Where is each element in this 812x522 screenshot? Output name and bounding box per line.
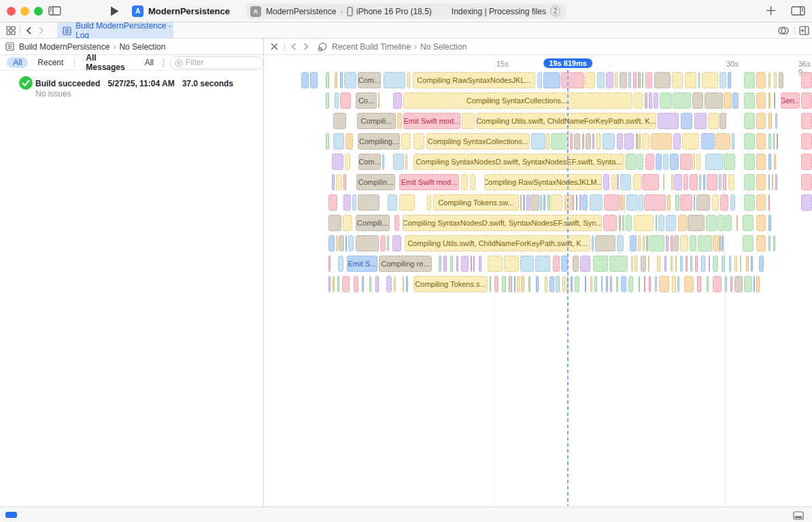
timeline-bar[interactable]: [401, 133, 411, 150]
timeline-bar[interactable]: [393, 154, 404, 170]
timeline-bar[interactable]: [690, 174, 698, 190]
timeline-bar[interactable]: [675, 194, 679, 211]
timeline-bar[interactable]: [328, 215, 341, 231]
timeline-bar[interactable]: [663, 174, 664, 190]
timeline-bar[interactable]: [801, 174, 812, 190]
timeline-bar[interactable]: Emit Swift mod...: [403, 113, 460, 129]
timeline-bar[interactable]: [722, 235, 724, 251]
timeline-bar[interactable]: [694, 113, 707, 129]
timeline-bar[interactable]: [729, 256, 732, 272]
timeline-bar[interactable]: [604, 194, 620, 211]
timeline-bar[interactable]: [768, 235, 771, 251]
timeline-bar[interactable]: [547, 194, 550, 211]
timeline-bar[interactable]: [585, 72, 595, 88]
timeline-bar[interactable]: [622, 215, 624, 231]
timeline-bar[interactable]: [644, 194, 666, 211]
timeline-bar[interactable]: [617, 133, 623, 150]
timeline-bar[interactable]: [333, 276, 334, 292]
timeline-bar[interactable]: [443, 256, 446, 272]
timeline-bar[interactable]: [509, 276, 512, 292]
timeline-bar[interactable]: [740, 256, 741, 272]
timeline-bar[interactable]: Compiling RawSyntaxNodesJKL...: [413, 72, 535, 88]
timeline-bar[interactable]: [719, 174, 722, 190]
timeline-bar[interactable]: [724, 154, 735, 170]
timeline-bar[interactable]: [688, 215, 704, 231]
timeline-bar[interactable]: [574, 133, 580, 150]
timeline-bar[interactable]: [649, 235, 664, 251]
scheme-project-name[interactable]: ModernPersistence: [266, 7, 336, 16]
scheme-activity-capsule[interactable]: A ModernPersistence › iPhone 16 Pro (18.…: [246, 3, 566, 19]
timeline-bar[interactable]: [703, 174, 705, 190]
timeline-bar[interactable]: [326, 72, 329, 88]
timeline-bar[interactable]: [615, 72, 618, 88]
timeline-bar[interactable]: [801, 154, 812, 170]
timeline-bar[interactable]: [626, 215, 632, 231]
timeline-bar[interactable]: [502, 276, 506, 292]
filter-scope-all2[interactable]: All: [145, 58, 154, 67]
timeline-bar[interactable]: [553, 256, 560, 272]
timeline-bar[interactable]: [746, 256, 749, 272]
timeline-bar[interactable]: [756, 154, 766, 170]
timeline-bar[interactable]: [621, 276, 626, 292]
timeline-bar[interactable]: [754, 276, 755, 292]
timeline-bar[interactable]: Compiling Utils.swift, ChildNameForKeyPa…: [405, 235, 590, 251]
timeline-bar[interactable]: [556, 276, 559, 292]
timeline-bar[interactable]: [628, 276, 634, 292]
timeline-bar[interactable]: [639, 133, 641, 150]
timeline-bar[interactable]: [643, 235, 645, 251]
timeline-bar[interactable]: [775, 113, 777, 129]
filter-input[interactable]: Filter: [170, 56, 263, 69]
timeline-bar[interactable]: Emit Swift mod...: [399, 174, 459, 190]
toggle-navigator-sidebar-icon[interactable]: [48, 5, 61, 16]
timeline-bar[interactable]: Compiling RawSyntaxNodesJKLM...: [484, 174, 602, 190]
timeline-bar[interactable]: [335, 92, 339, 109]
timeline-bar[interactable]: [609, 256, 628, 272]
timeline-bar[interactable]: [340, 72, 343, 88]
timeline-bar[interactable]: [692, 92, 703, 109]
timeline-bar[interactable]: [744, 194, 755, 211]
timeline-bar[interactable]: [756, 194, 766, 211]
timeline-bar[interactable]: [644, 276, 645, 292]
timeline-bar[interactable]: Compiling...: [358, 133, 400, 150]
timeline-bar[interactable]: [695, 256, 697, 272]
timeline-bar[interactable]: [352, 194, 356, 211]
timeline-bar[interactable]: [732, 92, 739, 109]
timeline-bar[interactable]: Compiling re...: [379, 256, 432, 272]
timeline-bar[interactable]: [717, 215, 724, 231]
timeline-bar[interactable]: [427, 194, 431, 211]
timeline-bar[interactable]: [685, 72, 696, 88]
timeline-bar[interactable]: [697, 276, 701, 292]
traffic-close-button[interactable]: [7, 7, 16, 16]
timeline-bar[interactable]: [744, 133, 755, 150]
timeline-bar[interactable]: [335, 72, 337, 88]
timeline-bar[interactable]: [603, 133, 615, 150]
timeline-bar[interactable]: [690, 235, 696, 251]
timeline-bar[interactable]: [606, 72, 613, 88]
timeline-bar[interactable]: [546, 133, 549, 150]
timeline-bar[interactable]: [768, 133, 771, 150]
timeline-bar[interactable]: [530, 194, 539, 211]
timeline-bar[interactable]: [696, 154, 701, 170]
timeline-bar[interactable]: [756, 113, 766, 129]
timeline-bar[interactable]: [657, 256, 660, 272]
back-icon[interactable]: [26, 27, 32, 35]
timeline-bar[interactable]: [634, 215, 653, 231]
timeline-bar[interactable]: [638, 235, 641, 251]
timeline-bar[interactable]: [680, 235, 688, 251]
timeline-bar[interactable]: [397, 113, 402, 129]
timeline-bar[interactable]: Compiling Tokens.s...: [413, 276, 488, 292]
timeline-bar[interactable]: [709, 256, 710, 272]
timeline-bar[interactable]: [633, 174, 641, 190]
timeline-bar[interactable]: [658, 113, 679, 129]
timeline-bar[interactable]: [593, 256, 608, 272]
timeline-bar[interactable]: [616, 276, 618, 292]
timeline-bar[interactable]: [686, 256, 688, 272]
timeline-bar[interactable]: [336, 174, 342, 190]
timeline-bar[interactable]: [326, 133, 329, 150]
timeline-bar[interactable]: [725, 215, 732, 231]
timeline-bar[interactable]: [646, 235, 648, 251]
timeline-bar[interactable]: [328, 235, 335, 251]
traffic-zoom-button[interactable]: [34, 7, 43, 16]
timeline-bar[interactable]: [635, 256, 637, 272]
timeline-bar[interactable]: [673, 133, 681, 150]
